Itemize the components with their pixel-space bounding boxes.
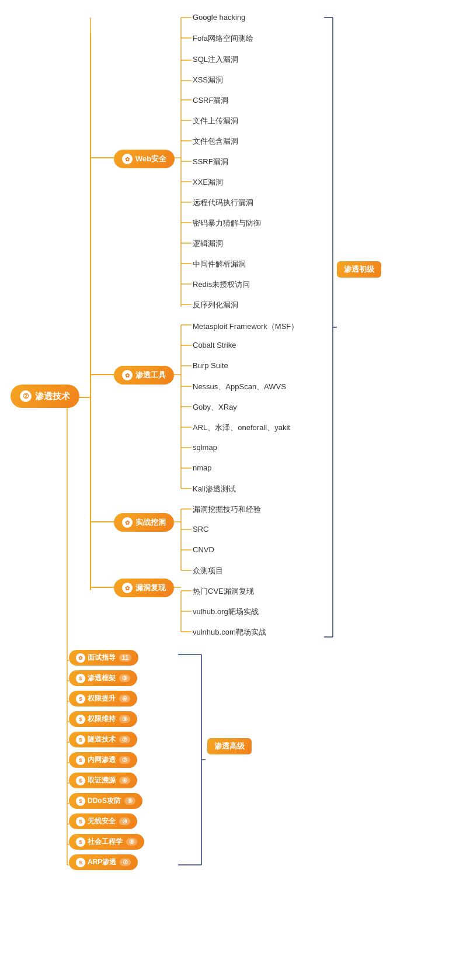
vuln-mining-label: 实战挖洞	[135, 517, 166, 528]
leaf-crowd-test: 众测项目	[193, 566, 223, 576]
adv-arp[interactable]: $ ARP渗透 ⑦	[69, 854, 138, 870]
root-number: ②	[20, 390, 32, 402]
adv-interview[interactable]: ✿ 面试指导 11	[69, 650, 138, 666]
leaf-sqlmap: sqlmap	[193, 443, 217, 452]
adv-interview-label: 面试指导	[88, 653, 116, 663]
adv-pentest-framework[interactable]: $ 渗透框架 ③	[69, 670, 137, 686]
leaf-src: SRC	[193, 525, 208, 534]
adv-persistence-icon: $	[76, 715, 85, 724]
leaf-rce: 远程代码执行漏洞	[193, 198, 253, 208]
leaf-csrf: CSRF漏洞	[193, 95, 228, 106]
leaf-kali: Kali渗透测试	[193, 484, 236, 494]
web-security-label: Web安全	[135, 154, 166, 164]
adv-intranet[interactable]: $ 内网渗透 ⑦	[69, 752, 137, 768]
leaf-google-hacking: Google hacking	[193, 13, 245, 22]
adv-wireless[interactable]: $ 无线安全 ⑩	[69, 813, 137, 829]
status-beginner: 渗透初级	[337, 261, 381, 278]
leaf-logic: 逻辑漏洞	[193, 238, 223, 249]
adv-persistence[interactable]: $ 权限维持 ⑧	[69, 711, 137, 727]
leaf-nmap: nmap	[193, 463, 212, 472]
adv-framework-label: 渗透框架	[88, 673, 116, 683]
adv-priv-esc-label: 权限提升	[88, 694, 116, 704]
mind-map: ② 渗透技术 渗透初级 渗透高级 ✿ Web安全 ✿ 渗透工具 ✿ 实战挖洞 ✿…	[0, 0, 463, 980]
leaf-redis: Redis未授权访问	[193, 279, 250, 290]
adv-tunneling[interactable]: $ 隧道技术 ⑦	[69, 732, 137, 747]
leaf-file-include: 文件包含漏洞	[193, 136, 238, 147]
adv-privilege-escalation[interactable]: $ 权限提升 ④	[69, 691, 137, 707]
leaf-cnvd: CNVD	[193, 545, 214, 554]
adv-ddos-badge: ⑤	[124, 797, 135, 805]
adv-wireless-icon: $	[76, 817, 85, 826]
vuln-mining-icon: ✿	[122, 517, 133, 528]
leaf-burp: Burp Suite	[193, 361, 228, 370]
category-web-security: ✿ Web安全	[114, 150, 175, 168]
pentest-tools-icon: ✿	[122, 370, 133, 380]
leaf-goby: Goby、XRay	[193, 402, 237, 413]
adv-wireless-label: 无线安全	[88, 816, 116, 826]
adv-intranet-badge: ⑦	[119, 756, 130, 764]
status-advanced: 渗透高级	[207, 738, 252, 754]
leaf-vulhub-org: vulhub.org靶场实战	[193, 607, 259, 617]
leaf-cobalt-strike: Cobalt Strike	[193, 341, 236, 349]
adv-priv-esc-icon: $	[76, 694, 85, 704]
leaf-cve: 热门CVE漏洞复现	[193, 586, 254, 597]
leaf-vulnhub-com: vulnhub.com靶场实战	[193, 627, 266, 638]
leaf-fofa: Fofa网络空间测绘	[193, 33, 253, 44]
web-security-icon: ✿	[122, 154, 133, 164]
category-vuln-reproduce: ✿ 漏洞复现	[114, 579, 174, 597]
adv-wireless-badge: ⑩	[119, 818, 130, 825]
vuln-reproduce-icon: ✿	[122, 583, 133, 593]
adv-tunneling-badge: ⑦	[119, 736, 130, 743]
adv-intranet-icon: $	[76, 756, 85, 765]
adv-tunneling-label: 隧道技术	[88, 735, 116, 744]
adv-forensics-label: 取证溯源	[88, 775, 116, 785]
adv-arp-label: ARP渗透	[88, 857, 116, 867]
adv-ddos-icon: $	[76, 797, 85, 806]
adv-persistence-label: 权限维持	[88, 714, 116, 724]
adv-arp-icon: $	[76, 858, 85, 867]
leaf-deserialization: 反序列化漏洞	[193, 300, 238, 310]
leaf-sql: SQL注入漏洞	[193, 54, 238, 65]
leaf-vuln-skills: 漏洞挖掘技巧和经验	[193, 504, 261, 515]
adv-interview-icon: ✿	[76, 653, 85, 663]
category-pentest-tools: ✿ 渗透工具	[114, 366, 174, 385]
adv-arp-badge: ⑦	[120, 858, 131, 866]
leaf-file-upload: 文件上传漏洞	[193, 116, 238, 126]
leaf-xss: XSS漏洞	[193, 75, 223, 85]
adv-interview-badge: 11	[119, 654, 131, 662]
leaf-xxe: XXE漏洞	[193, 177, 223, 188]
adv-framework-icon: $	[76, 674, 85, 683]
root-label: 渗透技术	[35, 391, 70, 402]
leaf-msf: Metasploit Framework（MSF）	[193, 321, 298, 332]
adv-framework-badge: ③	[119, 674, 130, 682]
adv-tunneling-icon: $	[76, 735, 85, 744]
adv-ddos-label: DDoS攻防	[88, 796, 121, 806]
leaf-arl: ARL、水泽、oneforall、yakit	[193, 423, 290, 433]
leaf-middleware: 中间件解析漏洞	[193, 259, 246, 269]
adv-forensics-icon: $	[76, 776, 85, 785]
adv-social-badge: ⑧	[126, 838, 137, 846]
adv-forensics-badge: ④	[119, 777, 130, 784]
root-node: ② 渗透技术	[11, 385, 79, 408]
adv-ddos[interactable]: $ DDoS攻防 ⑤	[69, 793, 142, 809]
leaf-bruteforce: 密码暴力猜解与防御	[193, 218, 261, 228]
pentest-tools-label: 渗透工具	[135, 370, 166, 380]
adv-priv-esc-badge: ④	[119, 695, 130, 702]
leaf-nessus: Nessus、AppScan、AWVS	[193, 382, 286, 392]
leaf-ssrf: SSRF漏洞	[193, 157, 228, 167]
category-vuln-mining: ✿ 实战挖洞	[114, 513, 174, 532]
adv-social-label: 社会工程学	[88, 837, 123, 847]
adv-intranet-label: 内网渗透	[88, 755, 116, 765]
adv-persistence-badge: ⑧	[119, 715, 130, 723]
adv-forensics[interactable]: $ 取证溯源 ④	[69, 773, 137, 788]
adv-social-engineering[interactable]: $ 社会工程学 ⑧	[69, 834, 144, 850]
vuln-reproduce-label: 漏洞复现	[135, 583, 166, 593]
adv-social-icon: $	[76, 837, 85, 847]
